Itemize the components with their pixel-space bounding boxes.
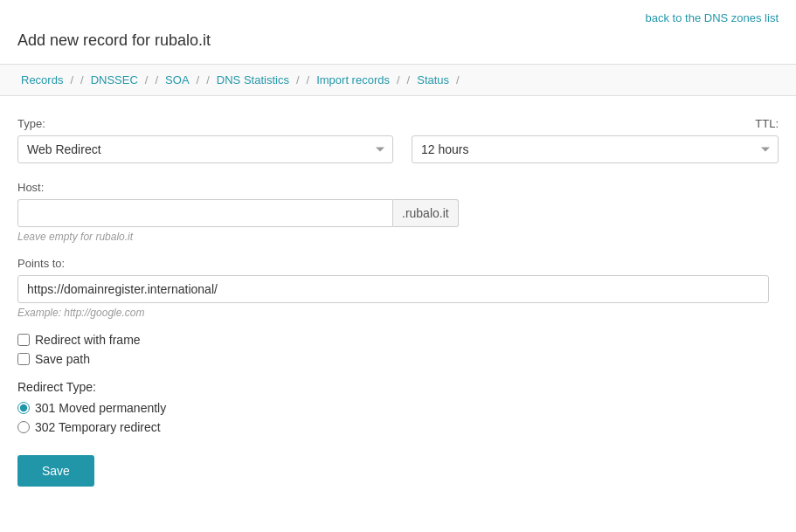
host-section: Host: .rubalo.it Leave empty for rubalo.… bbox=[17, 181, 779, 243]
radio-301[interactable] bbox=[17, 402, 30, 414]
host-suffix: .rubalo.it bbox=[393, 199, 459, 227]
nav-tabs: Records / / DNSSEC / / SOA / / DNS Stati… bbox=[0, 64, 796, 96]
tab-dns-statistics[interactable]: DNS Statistics bbox=[213, 65, 293, 95]
type-label: Type: bbox=[17, 117, 393, 130]
tab-records[interactable]: Records bbox=[17, 65, 66, 95]
checkboxes-section: Redirect with frame Save path bbox=[17, 333, 779, 366]
nav-sep-4: / bbox=[293, 73, 303, 86]
host-label: Host: bbox=[17, 181, 779, 194]
nav-sep-3: / bbox=[193, 73, 204, 86]
save-button[interactable]: Save bbox=[17, 455, 94, 487]
tab-import-records[interactable]: Import records bbox=[313, 65, 393, 95]
redirect-type-section: Redirect Type: 301 Moved permanently 302… bbox=[17, 380, 779, 434]
nav-sep-6: / bbox=[453, 73, 463, 86]
nav-sep-5: / bbox=[393, 73, 404, 86]
host-hint: Leave empty for rubalo.it bbox=[17, 231, 779, 243]
radio-301-label[interactable]: 301 Moved permanently bbox=[35, 401, 166, 415]
ttl-column: TTL: 1 hour 2 hours 4 hours 6 hours 12 h… bbox=[412, 117, 779, 163]
redirect-frame-checkbox[interactable] bbox=[17, 334, 30, 346]
tab-status[interactable]: Status bbox=[413, 65, 453, 95]
type-select[interactable]: Web Redirect A AAAA CNAME MX TXT NS SRV bbox=[17, 135, 393, 163]
nav-sep-5b: / bbox=[404, 73, 414, 86]
ttl-select-wrapper: 1 hour 2 hours 4 hours 6 hours 12 hours … bbox=[412, 135, 779, 163]
nav-sep-1: / bbox=[66, 73, 77, 86]
redirect-frame-label[interactable]: Redirect with frame bbox=[35, 333, 141, 347]
nav-sep-4b: / bbox=[303, 73, 314, 86]
nav-sep-1b: / bbox=[77, 73, 87, 86]
points-label: Points to: bbox=[17, 257, 779, 270]
host-input-row: .rubalo.it bbox=[17, 199, 779, 227]
tab-dnssec[interactable]: DNSSEC bbox=[87, 65, 142, 95]
ttl-select[interactable]: 1 hour 2 hours 4 hours 6 hours 12 hours … bbox=[412, 135, 779, 163]
type-select-wrapper: Web Redirect A AAAA CNAME MX TXT NS SRV bbox=[17, 135, 393, 163]
checkbox-row-save-path: Save path bbox=[17, 352, 779, 366]
points-input[interactable] bbox=[17, 275, 769, 303]
save-path-label[interactable]: Save path bbox=[35, 352, 90, 366]
page-title: Add new record for rubalo.it bbox=[0, 31, 796, 64]
points-section: Points to: Example: http://google.com bbox=[17, 257, 779, 319]
ttl-label: TTL: bbox=[412, 117, 779, 130]
content: Type: Web Redirect A AAAA CNAME MX TXT N… bbox=[0, 96, 796, 504]
nav-sep-3b: / bbox=[203, 73, 213, 86]
radio-row-301: 301 Moved permanently bbox=[17, 401, 779, 415]
host-input[interactable] bbox=[17, 199, 393, 227]
nav-sep-2: / bbox=[142, 73, 152, 86]
redirect-type-label: Redirect Type: bbox=[17, 380, 779, 394]
points-hint: Example: http://google.com bbox=[17, 307, 779, 319]
radio-row-302: 302 Temporary redirect bbox=[17, 420, 779, 434]
type-ttl-row: Type: Web Redirect A AAAA CNAME MX TXT N… bbox=[17, 117, 779, 163]
type-column: Type: Web Redirect A AAAA CNAME MX TXT N… bbox=[17, 117, 393, 163]
back-link[interactable]: back to the DNS zones list bbox=[646, 11, 779, 24]
nav-sep-2b: / bbox=[151, 73, 162, 86]
checkbox-row-frame: Redirect with frame bbox=[17, 333, 779, 347]
tab-soa[interactable]: SOA bbox=[162, 65, 192, 95]
radio-302[interactable] bbox=[17, 421, 30, 433]
save-path-checkbox[interactable] bbox=[17, 353, 30, 365]
radio-302-label[interactable]: 302 Temporary redirect bbox=[35, 420, 161, 434]
top-bar: back to the DNS zones list bbox=[0, 0, 796, 31]
